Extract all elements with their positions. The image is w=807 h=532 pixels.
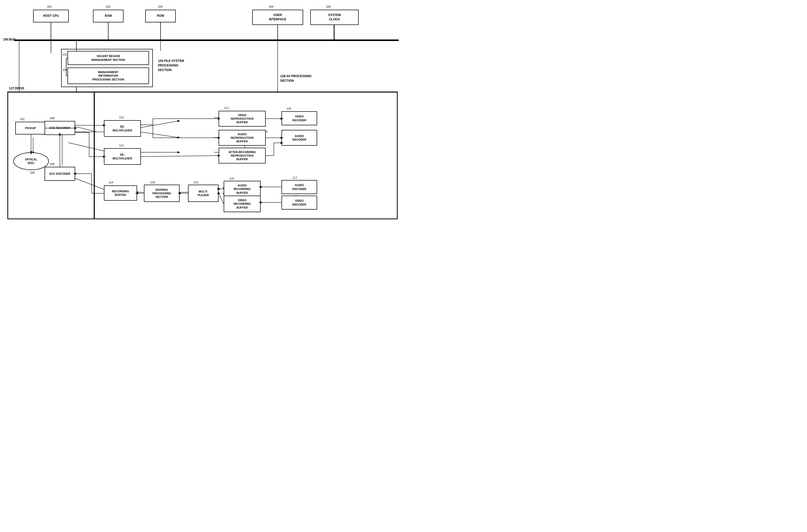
audio-encoder-box: AUDIOENCODER bbox=[281, 180, 317, 194]
user-interface-box: USERINTERFACE bbox=[252, 10, 303, 25]
de-mux2-box: DE-MULTIPLEXER bbox=[104, 148, 141, 165]
dividing-processing-box: DIVIDINGPROCESSINGSECTION bbox=[144, 185, 180, 202]
file-system-label: 124:FILE SYSTEMPROCESSINGSECTION bbox=[158, 59, 184, 72]
ref-109: 109 bbox=[50, 163, 54, 166]
ref-113: 113 bbox=[193, 181, 198, 184]
multiplexer-box: MULTI-PLEXER bbox=[188, 185, 219, 202]
ref-105: 105 bbox=[326, 5, 331, 8]
host-cpu-box: HOST CPU bbox=[33, 10, 69, 22]
ref-121: 121 bbox=[119, 144, 124, 147]
ref-102: 102 bbox=[106, 5, 110, 8]
video-recording-buffer-box: VIDEORECORDINGBUFFER bbox=[224, 195, 261, 212]
video-encoder-box: VIDEOENCODER bbox=[281, 195, 317, 210]
pickup-box: PICKUP bbox=[15, 122, 46, 134]
audio-decoder-box: AUDIODECODER bbox=[281, 130, 317, 146]
ref-108: 108 bbox=[50, 117, 54, 120]
ref-106: 106 bbox=[30, 171, 35, 174]
ref-114: 114 bbox=[109, 181, 113, 184]
recording-buffer-box: RECORDINGBUFFER bbox=[104, 185, 137, 201]
av-processing-label: 128:AV PROCESSINGSECTION bbox=[280, 74, 312, 83]
ref-123: 123 bbox=[150, 181, 155, 184]
ram-box: RAM bbox=[93, 10, 124, 22]
diagram: 101 HOST CPU 102 RAM 103 ROM 104 USERINT… bbox=[0, 0, 404, 266]
ref-119: 119 bbox=[229, 177, 234, 180]
ref-116: 116 bbox=[286, 107, 291, 110]
audio-repro-buffer-box: AUDIOREPRODUCTIONBUFFER bbox=[219, 130, 266, 146]
ref-101: 101 bbox=[47, 5, 52, 8]
ecc-encoder-box: ECC ENCODER bbox=[44, 167, 75, 181]
ref-107: 107 bbox=[20, 118, 24, 121]
drive-label: 127:DRIVE bbox=[9, 87, 24, 90]
audio-recording-buffer-box: AUDIORECORDINGBUFFER bbox=[224, 181, 261, 197]
bus-label: 100:BUS bbox=[3, 38, 16, 41]
file-system-outer bbox=[61, 49, 153, 87]
system-clock-box: SYSTEMCLOCK bbox=[310, 10, 359, 25]
de-mux1-box: DE-MULTIPLEXER bbox=[104, 120, 141, 137]
after-recording-buffer-box: AFTER-RECORDINGREPRODUCTIONBUFFER bbox=[219, 148, 266, 164]
ref-111: 111 bbox=[224, 107, 229, 110]
ref-104: 104 bbox=[269, 5, 273, 8]
ref-103: 103 bbox=[158, 5, 163, 8]
ecc-decoder-box: ECC DECODER bbox=[44, 121, 75, 135]
video-decoder-box: VIDEODECODER bbox=[281, 111, 317, 125]
rom-box: ROM bbox=[145, 10, 176, 22]
ref-112: 112 bbox=[119, 116, 124, 119]
video-repro-buffer-box: VIDEOREPRODUCTIONBUFFER bbox=[219, 111, 266, 127]
optical-disc-ellipse: OPTICALDISC bbox=[13, 152, 49, 170]
ref-117: 117 bbox=[293, 176, 297, 179]
bus-line bbox=[14, 39, 399, 41]
section-divider bbox=[94, 92, 95, 219]
